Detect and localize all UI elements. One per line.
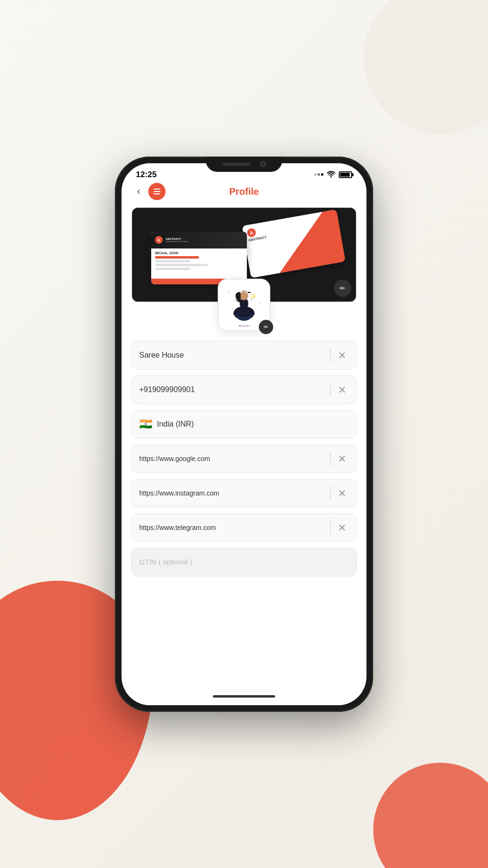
content-area: A ABSTRACT A xyxy=(122,202,366,690)
notch-camera xyxy=(260,161,266,167)
close-icon-2 xyxy=(338,386,346,394)
svg-text:✦: ✦ xyxy=(227,291,231,295)
bg-shape-top-right xyxy=(364,0,488,134)
field-divider-3 xyxy=(330,451,331,466)
menu-button[interactable] xyxy=(148,183,166,200)
beauty-logo-icon: ✦ ✦ ✦ ✦ xyxy=(222,283,266,327)
close-icon-3 xyxy=(338,455,346,462)
instagram-clear-button[interactable] xyxy=(335,486,349,500)
instagram-field[interactable]: https://www.instagram.com xyxy=(131,479,357,507)
status-time: 12:25 xyxy=(136,170,156,180)
country-flag: 🇮🇳 xyxy=(139,418,152,430)
website-clear-button[interactable] xyxy=(335,452,349,465)
name-clear-button[interactable] xyxy=(335,349,349,362)
website-field[interactable]: https://www.google.com xyxy=(131,444,357,473)
signal-icon xyxy=(314,173,323,176)
back-chevron-icon: ‹ xyxy=(137,186,140,197)
close-icon-5 xyxy=(338,524,346,531)
close-icon-4 xyxy=(338,489,346,497)
form-section: Saree House +919099909901 xyxy=(131,341,357,576)
telegram-field[interactable]: https://www.telegram.com xyxy=(131,513,357,542)
svg-text:✦: ✦ xyxy=(257,290,259,293)
hamburger-icon xyxy=(154,189,160,194)
top-nav: ‹ Profile xyxy=(122,182,366,202)
battery-icon xyxy=(339,171,352,178)
phone-frame: 12:25 xyxy=(115,157,373,712)
back-button[interactable]: ‹ xyxy=(131,184,146,199)
svg-text:✨: ✨ xyxy=(250,293,256,299)
avatar-pencil-icon: ✏ xyxy=(264,324,268,330)
notch xyxy=(206,157,282,172)
phone-screen: 12:25 xyxy=(122,163,366,705)
name-field[interactable]: Saree House xyxy=(131,341,357,370)
svg-text:Beauty: Beauty xyxy=(238,325,250,327)
field-divider xyxy=(330,348,331,362)
telegram-value: https://www.telegram.com xyxy=(139,524,325,531)
instagram-value: https://www.instagram.com xyxy=(139,489,325,497)
telegram-clear-button[interactable] xyxy=(335,521,349,534)
field-divider-2 xyxy=(330,383,331,397)
gtin-field[interactable]: GTIN ( optional ) xyxy=(131,548,357,576)
home-indicator xyxy=(213,695,275,698)
name-value: Saree House xyxy=(139,351,325,360)
country-value: India (INR) xyxy=(157,420,349,428)
avatar-container: ✦ ✦ ✦ ✦ xyxy=(131,279,357,331)
phone-clear-button[interactable] xyxy=(335,383,349,396)
biz-card-front: A ABSTRACT PRESENTATION DESIGN MICHAL JO… xyxy=(151,232,247,284)
svg-point-0 xyxy=(331,176,332,178)
bg-shape-bottom-right xyxy=(373,763,488,868)
field-divider-5 xyxy=(330,520,331,535)
svg-text:✦: ✦ xyxy=(258,302,261,305)
notch-speaker xyxy=(222,163,251,166)
avatar-edit-button[interactable]: ✏ xyxy=(259,320,273,334)
country-field[interactable]: 🇮🇳 India (INR) xyxy=(131,410,357,439)
home-bar xyxy=(122,690,366,705)
svg-text:✦: ✦ xyxy=(231,307,233,310)
status-icons xyxy=(314,171,352,178)
avatar-wrapper: ✦ ✦ ✦ ✦ xyxy=(218,279,270,331)
svg-point-7 xyxy=(240,292,248,300)
field-divider-4 xyxy=(330,486,331,500)
phone-field[interactable]: +919099909901 xyxy=(131,375,357,404)
close-icon xyxy=(338,351,346,359)
biz-card-back: A ABSTRACT xyxy=(242,209,345,278)
page-title: Profile xyxy=(229,186,259,197)
phone-value: +919099909901 xyxy=(139,385,325,394)
page-wrapper: 12:25 xyxy=(0,0,488,868)
website-value: https://www.google.com xyxy=(139,455,325,462)
wifi-icon xyxy=(326,171,336,178)
gtin-placeholder: GTIN ( optional ) xyxy=(139,558,192,566)
